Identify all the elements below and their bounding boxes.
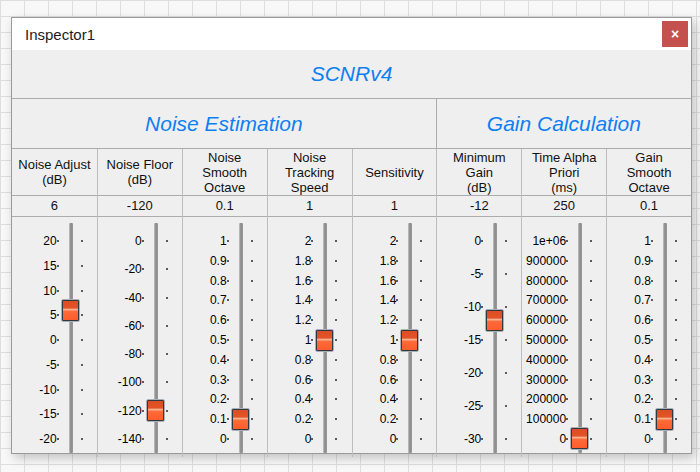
vertical-slider[interactable]: 0-5-10-15-20-25-30 <box>437 217 521 457</box>
tick-mark-left <box>566 438 568 440</box>
tick-mark-left <box>566 379 568 381</box>
tick-label: 800000 <box>524 274 566 288</box>
tick-mark-right <box>81 314 83 316</box>
tick-mark-left <box>57 265 59 267</box>
slider-track[interactable] <box>69 223 73 453</box>
tick-label: 0 <box>270 432 312 446</box>
tick-mark-left <box>227 379 229 381</box>
tick-label: -60 <box>100 319 142 333</box>
slider-thumb[interactable] <box>231 408 250 431</box>
section-noise-estimation: Noise Estimation <box>12 99 436 148</box>
tick-mark-right <box>166 297 168 299</box>
tick-label: 1.2 <box>270 313 312 327</box>
current-value: -12 <box>437 196 521 217</box>
tick-label: 0 <box>355 432 397 446</box>
tick-label: 0.1 <box>185 412 227 426</box>
tick-label: 1.2 <box>355 313 397 327</box>
tick-label: 0.9 <box>609 254 651 268</box>
tick-mark-right <box>675 379 677 381</box>
column-header-line: Time Alpha <box>532 150 597 165</box>
tick-label: 5 <box>14 308 57 322</box>
close-button[interactable]: × <box>662 21 688 47</box>
tick-mark-right <box>675 438 677 440</box>
tick-label: 15 <box>14 259 57 273</box>
tick-mark-right <box>81 389 83 391</box>
tick-mark-right <box>590 438 592 440</box>
tick-mark-right <box>590 339 592 341</box>
tick-mark-right <box>251 398 253 400</box>
tick-mark-right <box>675 240 677 242</box>
tick-mark-right <box>420 240 422 242</box>
tick-mark-right <box>166 268 168 270</box>
tick-mark-left <box>57 290 59 292</box>
tick-label: 1 <box>609 234 651 248</box>
section-header-row: Noise Estimation Gain Calculation <box>12 99 691 149</box>
tick-mark-left <box>396 280 398 282</box>
tick-mark-left <box>396 339 398 341</box>
vertical-slider[interactable]: 21.81.61.41.210.80.60.40.20 <box>353 217 437 457</box>
tick-label: 0.9 <box>185 254 227 268</box>
tick-mark-right <box>251 359 253 361</box>
tick-label: -5 <box>439 267 481 281</box>
tick-label: 1 <box>185 234 227 248</box>
tick-mark-left <box>227 438 229 440</box>
tick-mark-left <box>142 240 144 242</box>
tick-label: -140 <box>100 432 142 446</box>
tick-label: 1.8 <box>355 254 397 268</box>
tick-label: 0.6 <box>609 313 651 327</box>
tick-mark-right <box>166 438 168 440</box>
tick-mark-left <box>227 319 229 321</box>
tick-mark-left <box>57 240 59 242</box>
tick-mark-right <box>335 280 337 282</box>
tick-mark-left <box>311 319 313 321</box>
tick-label: -10 <box>439 300 481 314</box>
tick-mark-right <box>675 260 677 262</box>
slider-columns: Noise Adjust(dB)620151050-5-10-15-20Nois… <box>12 149 691 457</box>
tick-mark-left <box>566 319 568 321</box>
tick-mark-right <box>590 280 592 282</box>
vertical-slider[interactable]: 1e+0690000080000070000060000050000040000… <box>522 217 606 457</box>
column-header-line: Noise Floor <box>107 157 173 172</box>
tick-label: 0 <box>185 432 227 446</box>
tick-label: 0.8 <box>270 353 312 367</box>
slider-thumb[interactable] <box>655 408 674 431</box>
tick-mark-left <box>227 398 229 400</box>
tick-label: -5 <box>14 358 57 372</box>
vertical-slider[interactable]: 10.90.80.70.60.50.40.30.20.10 <box>607 217 691 457</box>
slider-track[interactable] <box>578 223 582 453</box>
slider-thumb[interactable] <box>146 399 165 422</box>
tick-mark-left <box>227 260 229 262</box>
tick-label: 400000 <box>524 353 566 367</box>
tick-mark-right <box>505 273 507 275</box>
tick-mark-right <box>505 372 507 374</box>
tick-mark-right <box>335 319 337 321</box>
slider-thumb[interactable] <box>570 427 589 450</box>
tick-label: 0.3 <box>185 373 227 387</box>
tick-mark-right <box>420 260 422 262</box>
slider-column-noise-smooth-octave: NoiseSmoothOctave0.110.90.80.70.60.50.40… <box>182 149 267 457</box>
tick-mark-left <box>311 240 313 242</box>
column-header: NoiseTrackingSpeed <box>268 149 352 196</box>
window-titlebar[interactable]: Inspector1 × <box>12 18 691 50</box>
slider-thumb[interactable] <box>315 329 334 352</box>
vertical-slider[interactable]: 10.90.80.70.60.50.40.30.20.10 <box>183 217 267 457</box>
vertical-slider[interactable]: 20151050-5-10-15-20 <box>12 217 97 457</box>
tick-mark-right <box>335 438 337 440</box>
tick-mark-left <box>566 260 568 262</box>
tick-label: 2 <box>270 234 312 248</box>
vertical-slider[interactable]: 0-20-40-60-80-100-120-140 <box>98 217 182 457</box>
tick-mark-left <box>311 339 313 341</box>
vertical-slider[interactable]: 21.81.61.41.210.80.60.40.20 <box>268 217 352 457</box>
tick-mark-right <box>335 339 337 341</box>
tick-mark-right <box>251 339 253 341</box>
slider-thumb[interactable] <box>61 299 80 322</box>
tick-mark-right <box>590 379 592 381</box>
tick-mark-left <box>566 280 568 282</box>
slider-thumb[interactable] <box>400 329 419 352</box>
slider-column-noise-tracking-speed: NoiseTrackingSpeed121.81.61.41.210.80.60… <box>267 149 352 457</box>
tick-mark-left <box>651 280 653 282</box>
slider-track[interactable] <box>493 223 497 453</box>
slider-thumb[interactable] <box>485 309 504 332</box>
column-header-line: Gain <box>466 165 493 180</box>
tick-label: 0.8 <box>355 353 397 367</box>
